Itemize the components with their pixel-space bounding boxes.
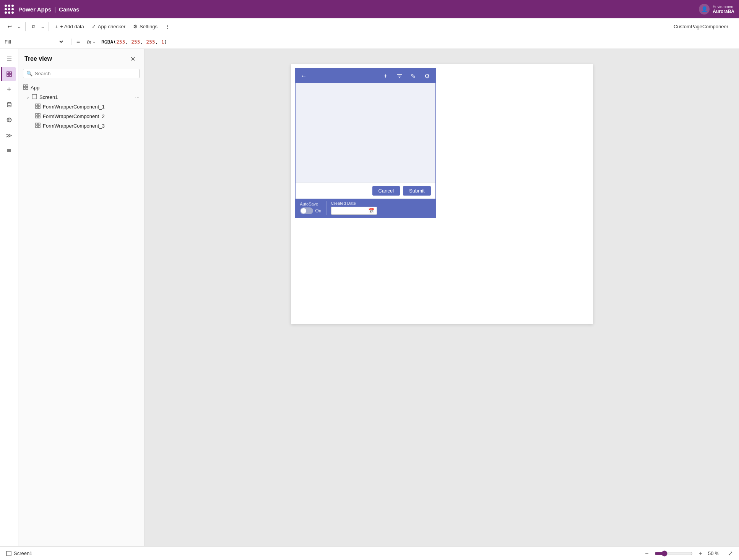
autosave-toggle[interactable] <box>300 207 313 214</box>
copy-dropdown-button[interactable]: ⌄ <box>40 22 45 31</box>
svg-rect-13 <box>23 87 25 89</box>
search-input[interactable] <box>35 71 136 76</box>
svg-rect-18 <box>36 107 37 108</box>
toggle-on-label: On <box>315 208 322 214</box>
canvas-area[interactable]: ← + ✎ ⚙ Cancel Submit <box>145 49 739 546</box>
form2-label: FormWrapperComponent_2 <box>43 113 140 119</box>
sidebar-icons: ☰ + ≫ <box>0 49 18 546</box>
screen1-chevron-icon: ⌄ <box>26 95 29 100</box>
formula-equals-sign: = <box>75 39 81 45</box>
cancel-button[interactable]: Cancel <box>372 186 400 196</box>
svg-rect-3 <box>10 74 11 76</box>
environment-info[interactable]: 👤 Environmen AuroraBA <box>699 4 734 15</box>
tree-item-form1[interactable]: FormWrapperComponent_1 <box>18 102 144 112</box>
tree-item-form3[interactable]: FormWrapperComponent_3 <box>18 121 144 131</box>
comp-back-button[interactable]: ← <box>299 71 309 81</box>
form1-label: FormWrapperComponent_1 <box>43 104 140 110</box>
layers-icon <box>6 71 12 77</box>
zoom-value-display: 50 % <box>708 550 722 556</box>
created-date-section: Created Date 📅 <box>331 201 377 215</box>
title-separator: | <box>54 6 56 13</box>
svg-rect-1 <box>10 72 11 74</box>
top-bar-title: Power Apps | Canvas <box>18 6 79 13</box>
app-icon <box>23 84 28 91</box>
tree-view-title: Tree view <box>24 55 52 62</box>
screen-icon <box>32 94 37 100</box>
fullscreen-button[interactable]: ⤢ <box>728 550 733 557</box>
app-checker-icon: ✓ <box>92 24 96 29</box>
fx-label: fx <box>87 39 91 45</box>
svg-rect-12 <box>26 85 28 87</box>
svg-rect-15 <box>32 94 37 99</box>
comp-edit-button[interactable]: ✎ <box>408 71 419 81</box>
integration-icon <box>6 117 12 123</box>
sidebar-add-button[interactable]: + <box>2 83 16 96</box>
svg-rect-20 <box>36 113 37 115</box>
tree-item-app[interactable]: App <box>18 83 144 92</box>
svg-rect-11 <box>23 85 25 87</box>
screen1-more-icon[interactable]: ··· <box>135 94 140 100</box>
svg-rect-26 <box>36 126 37 128</box>
add-data-plus-icon: + <box>55 24 58 30</box>
date-input-wrap[interactable]: 📅 <box>331 207 377 215</box>
svg-rect-2 <box>7 74 9 76</box>
form3-label: FormWrapperComponent_3 <box>43 123 140 129</box>
formula-r-val: 255 <box>116 39 125 45</box>
svg-rect-24 <box>36 123 37 125</box>
app-launcher-button[interactable] <box>5 5 14 14</box>
calendar-icon[interactable]: 📅 <box>368 208 374 214</box>
more-button[interactable]: ⋮ <box>162 22 173 31</box>
created-date-label: Created Date <box>331 201 377 206</box>
toolbar: ↩ ⌄ ⧉ ⌄ + + Add data ✓ App checker ⚙ Set… <box>0 18 739 35</box>
undo-button[interactable]: ↩ <box>5 22 15 31</box>
tree-items: App ⌄ Screen1 ··· <box>18 81 144 546</box>
autosave-section: AutoSave On <box>300 202 322 214</box>
undo-dropdown-button[interactable]: ⌄ <box>16 22 22 31</box>
sidebar-layers-button[interactable] <box>1 67 16 81</box>
fx-chevron: ⌄ <box>93 40 96 44</box>
canvas-label: Canvas <box>59 6 79 13</box>
sidebar-data-button[interactable] <box>2 98 16 112</box>
app-canvas[interactable]: ← + ✎ ⚙ Cancel Submit <box>291 64 593 324</box>
comp-filter-button[interactable] <box>394 71 405 81</box>
component-footer: Cancel Submit <box>296 183 435 199</box>
component-body[interactable] <box>296 83 435 183</box>
variables-icon <box>6 147 12 154</box>
property-select[interactable]: Fill <box>3 39 64 45</box>
app-label: App <box>31 85 140 91</box>
component-bottom-bar: AutoSave On Created Date � <box>296 199 435 217</box>
search-icon: 🔍 <box>26 71 32 76</box>
toggle-thumb <box>301 208 306 214</box>
tree-item-screen1[interactable]: ⌄ Screen1 ··· <box>18 92 144 102</box>
zoom-slider[interactable] <box>655 550 693 557</box>
power-apps-label: Power Apps <box>18 6 51 13</box>
sidebar-integration-button[interactable] <box>2 113 16 127</box>
status-bar: Screen1 − + 50 % ⤢ <box>0 546 739 560</box>
formula-expression[interactable]: RGBA(255, 255, 255, 1) <box>101 39 167 45</box>
settings-button[interactable]: ⚙ Settings <box>130 22 161 31</box>
copy-button[interactable]: ⧉ <box>29 22 38 31</box>
settings-label: Settings <box>140 24 158 29</box>
submit-button[interactable]: Submit <box>403 186 430 196</box>
tree-header: Tree view ✕ <box>18 49 144 69</box>
add-data-label: + Add data <box>60 24 84 29</box>
comp-settings-button[interactable]: ⚙ <box>422 71 432 81</box>
app-checker-label: App checker <box>98 24 125 29</box>
tree-panel: Tree view ✕ 🔍 App <box>18 49 145 546</box>
app-checker-button[interactable]: ✓ App checker <box>89 22 128 31</box>
form2-component-icon <box>35 113 41 120</box>
formula-fx-button[interactable]: fx ⌄ <box>84 39 98 45</box>
sidebar-flow-button[interactable]: ≫ <box>2 128 16 142</box>
zoom-out-button[interactable]: − <box>642 549 651 558</box>
search-box: 🔍 <box>23 69 140 78</box>
sidebar-variables-button[interactable] <box>2 144 16 157</box>
top-bar: Power Apps | Canvas 👤 Environmen AuroraB… <box>0 0 739 18</box>
sidebar-hamburger-button[interactable]: ☰ <box>2 52 16 66</box>
database-icon <box>6 102 12 108</box>
comp-add-button[interactable]: + <box>380 71 391 81</box>
tree-close-button[interactable]: ✕ <box>127 53 138 64</box>
zoom-in-button[interactable]: + <box>696 549 705 558</box>
form-wrapper-component[interactable]: ← + ✎ ⚙ Cancel Submit <box>295 68 436 218</box>
add-data-button[interactable]: + + Add data <box>52 22 87 31</box>
tree-item-form2[interactable]: FormWrapperComponent_2 <box>18 112 144 121</box>
